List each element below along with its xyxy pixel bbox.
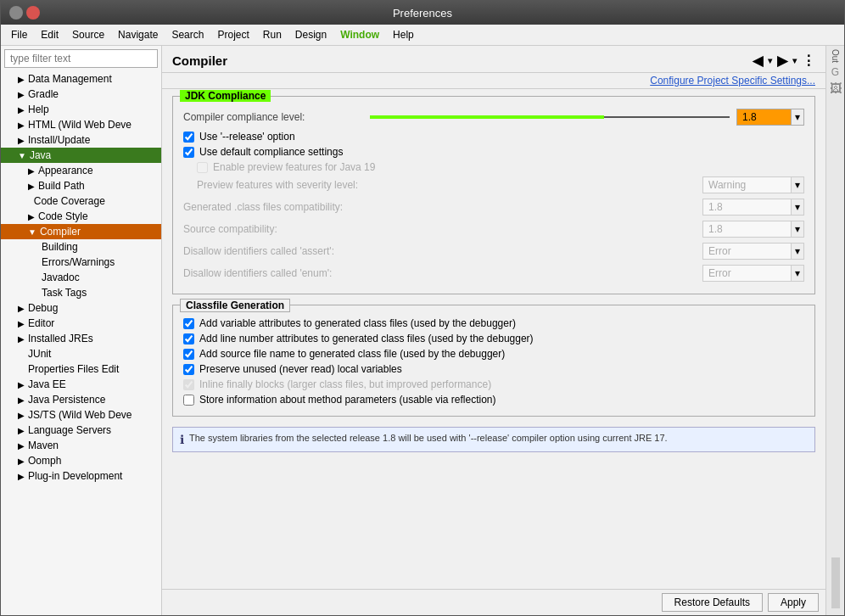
sidebar-item-java-ee[interactable]: ▶ Java EE	[1, 377, 161, 392]
sidebar-item-label: Errors/Warnings	[42, 256, 115, 268]
restore-defaults-button[interactable]: Restore Defaults	[662, 593, 763, 612]
sidebar-item-editor[interactable]: ▶ Editor	[1, 316, 161, 331]
generated-class-arrow[interactable]: ▾	[791, 199, 803, 215]
use-release-row: Use '--release' option	[183, 131, 804, 143]
arrow-icon: ▼	[18, 151, 26, 160]
sidebar-item-help[interactable]: ▶ Help	[1, 102, 161, 117]
disallow-enum-combo[interactable]: Error ▾	[702, 265, 804, 282]
right-icon-panel: Out G 🖼	[825, 46, 844, 615]
sidebar-item-junit[interactable]: JUnit	[1, 346, 161, 361]
compliance-combo-arrow[interactable]: ▾	[791, 109, 803, 125]
info-box: ℹ The system libraries from the selected…	[172, 427, 815, 452]
classfile-checkbox-5[interactable]	[183, 395, 194, 406]
use-default-checkbox[interactable]	[183, 147, 194, 158]
sidebar-item-maven[interactable]: ▶ Maven	[1, 438, 161, 453]
sidebar-item-gradle[interactable]: ▶ Gradle	[1, 87, 161, 102]
sidebar-item-label: Oomph	[28, 455, 61, 467]
classfile-checkbox-2[interactable]	[183, 349, 194, 360]
sidebar-item-label: JS/TS (Wild Web Deve	[28, 409, 132, 421]
menu-project[interactable]: Project	[210, 26, 255, 43]
menu-navigate[interactable]: Navigate	[111, 26, 165, 43]
close-button[interactable]	[26, 6, 40, 20]
classfile-label-4: Inline finally blocks (larger class file…	[199, 378, 491, 390]
sidebar-tree: ▶ Data Management ▶ Gradle ▶ Help ▶ HTML…	[1, 71, 161, 615]
generated-class-combo[interactable]: 1.8 ▾	[702, 199, 804, 216]
right-panel-g-icon[interactable]: G	[831, 66, 839, 78]
disallow-assert-label: Disallow identifiers called 'assert':	[183, 245, 702, 257]
menu-source[interactable]: Source	[65, 26, 111, 43]
compliance-bar-fill	[370, 115, 604, 119]
sidebar-item-compiler[interactable]: ▼ Compiler	[1, 224, 161, 239]
forward-dropdown-icon[interactable]: ▾	[792, 56, 797, 65]
menu-window[interactable]: Window	[333, 26, 386, 43]
apply-button[interactable]: Apply	[768, 593, 819, 612]
progress-indicator	[831, 557, 840, 608]
classfile-label-1: Add line number attributes to generated …	[199, 333, 534, 344]
sidebar-item-appearance[interactable]: ▶ Appearance	[1, 163, 161, 178]
source-compat-arrow[interactable]: ▾	[791, 221, 803, 237]
sidebar-item-java-persistence[interactable]: ▶ Java Persistence	[1, 392, 161, 407]
sidebar-item-label: JUnit	[28, 348, 51, 360]
right-panel-img-icon[interactable]: 🖼	[830, 81, 842, 95]
compliance-value: 1.8	[737, 109, 791, 125]
sidebar-item-build-path[interactable]: ▶ Build Path	[1, 178, 161, 193]
disallow-assert-combo[interactable]: Error ▾	[702, 243, 804, 260]
menu-search[interactable]: Search	[165, 26, 210, 43]
menu-run[interactable]: Run	[256, 26, 288, 43]
use-release-checkbox[interactable]	[183, 132, 194, 143]
classfile-label-5: Store information about method parameter…	[199, 394, 496, 406]
bottom-bar: Restore Defaults Apply	[162, 589, 825, 615]
arrow-icon: ▶	[18, 441, 25, 451]
preview-severity-combo[interactable]: Warning ▾	[702, 176, 804, 193]
sidebar-item-task-tags[interactable]: Task Tags	[1, 285, 161, 300]
menu-edit[interactable]: Edit	[34, 26, 65, 43]
classfile-checkbox-4[interactable]	[183, 379, 194, 390]
sidebar-item-data-management[interactable]: ▶ Data Management	[1, 71, 161, 87]
compliance-level-label: Compiler compliance level:	[183, 111, 363, 123]
content-body: JDK Compliance Compiler compliance level…	[162, 89, 825, 589]
classfile-checkbox-1[interactable]	[183, 333, 194, 344]
classfile-checkbox-0[interactable]	[183, 318, 194, 329]
source-compat-combo[interactable]: 1.8 ▾	[702, 221, 804, 238]
arrow-icon: ▶	[18, 319, 25, 328]
sidebar-item-properties-files[interactable]: Properties Files Edit	[1, 361, 161, 377]
sidebar-item-oomph[interactable]: ▶ Oomph	[1, 453, 161, 468]
info-text: The system libraries from the selected r…	[189, 433, 668, 443]
jdk-section-label: JDK Compliance	[180, 90, 271, 102]
menu-dots-icon[interactable]: ⋮	[802, 53, 815, 69]
minimize-button[interactable]	[9, 6, 23, 20]
classfile-checkbox-3[interactable]	[183, 364, 194, 375]
sidebar-item-errors-warnings[interactable]: Errors/Warnings	[1, 255, 161, 270]
sidebar-item-code-style[interactable]: ▶ Code Style	[1, 209, 161, 224]
sidebar-item-plugin-dev[interactable]: ▶ Plug-in Development	[1, 468, 161, 484]
menu-help[interactable]: Help	[386, 26, 421, 43]
sidebar-item-javadoc[interactable]: Javadoc	[1, 270, 161, 285]
disallow-assert-arrow[interactable]: ▾	[791, 244, 803, 259]
disallow-enum-label: Disallow identifiers called 'enum':	[183, 267, 702, 279]
sidebar-item-building[interactable]: Building	[1, 239, 161, 255]
back-icon[interactable]: ◀	[753, 53, 763, 69]
use-default-row: Use default compliance settings	[183, 146, 804, 158]
sidebar-item-install-update[interactable]: ▶ Install/Update	[1, 132, 161, 148]
sidebar-item-label: Java EE	[28, 378, 66, 390]
menu-file[interactable]: File	[4, 26, 34, 43]
sidebar-item-code-coverage[interactable]: Code Coverage	[1, 193, 161, 209]
sidebar-item-html[interactable]: ▶ HTML (Wild Web Deve	[1, 117, 161, 132]
forward-icon[interactable]: ▶	[777, 53, 787, 69]
preview-severity-arrow[interactable]: ▾	[791, 177, 803, 193]
sidebar-item-installed-jres[interactable]: ▶ Installed JREs	[1, 331, 161, 346]
enable-preview-checkbox[interactable]	[197, 162, 208, 173]
disallow-enum-arrow[interactable]: ▾	[791, 266, 803, 281]
page-title: Compiler	[172, 53, 227, 68]
configure-link[interactable]: Configure Project Specific Settings...	[650, 75, 815, 87]
sidebar-item-language-servers[interactable]: ▶ Language Servers	[1, 423, 161, 438]
arrow-icon: ▶	[18, 136, 25, 145]
sidebar-item-label: Debug	[28, 302, 58, 314]
sidebar-filter-input[interactable]	[4, 49, 158, 68]
sidebar-item-debug[interactable]: ▶ Debug	[1, 300, 161, 316]
sidebar-item-jsts[interactable]: ▶ JS/TS (Wild Web Deve	[1, 407, 161, 423]
back-dropdown-icon[interactable]: ▾	[768, 56, 772, 65]
compliance-combo[interactable]: 1.8 ▾	[736, 109, 804, 126]
sidebar-item-java[interactable]: ▼ Java	[1, 148, 161, 163]
menu-design[interactable]: Design	[288, 26, 333, 43]
